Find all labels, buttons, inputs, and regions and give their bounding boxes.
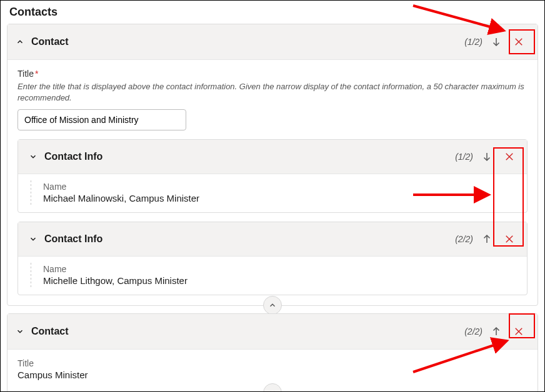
collapse-contact-1-button[interactable]	[263, 296, 282, 315]
contact-info-1-label: Contact Info	[44, 151, 102, 162]
contact-card-1: Contact (1/2) Title* Enter the title tha…	[7, 24, 538, 306]
name-value: Michael Malinowski, Campus Minister	[43, 193, 517, 203]
contact-1-label: Contact	[31, 36, 69, 47]
contact-info-card-2: Contact Info (2/2) Name Michelle Lithgow…	[18, 222, 528, 295]
name-label: Name	[43, 264, 517, 274]
contact-1-counter: (1/2)	[464, 37, 482, 47]
title-field-label: Title*	[18, 69, 528, 79]
name-label: Name	[43, 182, 517, 192]
title-help-text: Enter the title that is displayed above …	[18, 81, 528, 103]
contact-info-2-label: Contact Info	[44, 233, 102, 245]
contact-info-1-header[interactable]: Contact Info (1/2)	[18, 140, 527, 174]
delete-contact-info-1-button[interactable]	[498, 145, 521, 168]
contact-info-2-header[interactable]: Contact Info (2/2)	[18, 222, 527, 257]
title-input[interactable]	[18, 109, 186, 130]
move-down-button[interactable]	[478, 148, 496, 165]
required-asterisk: *	[35, 69, 38, 79]
contact-card-2: Contact (2/2) Title Campus Minister	[7, 313, 538, 392]
chevron-down-icon	[28, 234, 38, 244]
contact-2-header[interactable]: Contact (2/2)	[8, 314, 538, 350]
delete-contact-1-button[interactable]	[508, 31, 530, 53]
move-up-button[interactable]	[488, 323, 505, 340]
title-value: Campus Minister	[18, 370, 528, 380]
page-heading: Contacts	[9, 6, 538, 19]
contact-2-label: Contact	[31, 326, 69, 337]
chevron-up-icon	[15, 37, 25, 47]
name-value: Michelle Lithgow, Campus Minister	[43, 275, 517, 286]
contact-1-header[interactable]: Contact (1/2)	[8, 24, 538, 60]
chevron-down-icon	[28, 152, 38, 162]
contact-info-card-1: Contact Info (1/2) Name Michael Malinows…	[18, 139, 528, 213]
delete-contact-info-2-button[interactable]	[498, 228, 521, 250]
move-up-button[interactable]	[478, 230, 496, 248]
title-label: Title	[18, 358, 528, 368]
contact-info-1-counter: (1/2)	[455, 152, 473, 162]
delete-contact-2-button[interactable]	[508, 320, 530, 343]
chevron-down-icon	[15, 326, 25, 336]
contact-info-2-counter: (2/2)	[455, 234, 473, 244]
contact-2-counter: (2/2)	[464, 326, 482, 336]
move-down-button[interactable]	[488, 33, 505, 51]
